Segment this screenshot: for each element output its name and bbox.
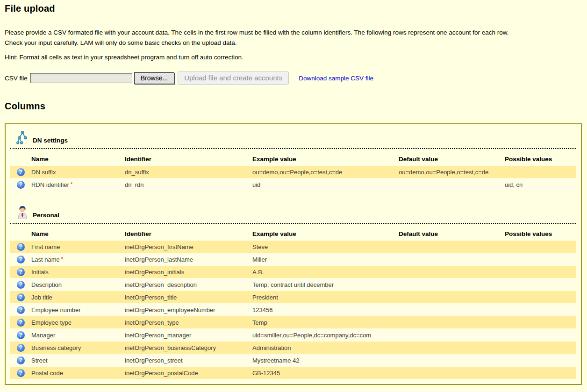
help-icon[interactable]: ?: [17, 356, 25, 364]
csv-file-input[interactable]: [30, 73, 132, 83]
table-row: ? Manager inetOrgPerson_manager uid=smil…: [10, 329, 576, 341]
cell-identifier: inetOrgPerson_businessCategory: [125, 342, 252, 354]
table-row: ? Street inetOrgPerson_street Mystreetna…: [10, 354, 576, 366]
cell-name: Employee type: [31, 319, 72, 326]
cell-default: [399, 342, 505, 354]
table-row: ? RDN identifier* dn_rdn uid uid, cn: [10, 178, 576, 191]
cell-example: uid: [252, 178, 399, 191]
cell-possible: [505, 241, 576, 253]
cell-default: [399, 329, 505, 341]
table-header: Example value: [252, 224, 399, 240]
cell-default: [399, 354, 505, 366]
cell-example: A.B.: [252, 266, 399, 278]
help-icon[interactable]: ?: [17, 181, 25, 189]
cell-possible: [505, 329, 576, 341]
help-icon[interactable]: ?: [17, 268, 25, 276]
table-header: Identifier: [125, 150, 252, 165]
column-group-header: Personal: [10, 205, 576, 224]
cell-possible: [505, 166, 576, 178]
cell-example: Steve: [252, 241, 399, 253]
download-sample-link[interactable]: Download sample CSV file: [299, 75, 373, 82]
cell-identifier: inetOrgPerson_postalCode: [125, 367, 252, 379]
tree-icon: [16, 130, 29, 144]
cell-default: [399, 291, 505, 303]
help-icon[interactable]: ?: [17, 293, 25, 301]
table-row: ? Description inetOrgPerson_description …: [10, 278, 576, 291]
cell-default: [399, 316, 505, 328]
cell-example: ou=demo,ou=People,o=test,c=de: [252, 166, 399, 178]
cell-possible: [505, 342, 576, 354]
cell-example: Temp: [252, 316, 399, 328]
cell-default: [399, 241, 505, 253]
cell-identifier: inetOrgPerson_description: [125, 278, 252, 291]
table-row: ? Business category inetOrgPerson_busine…: [10, 342, 576, 354]
column-group: Personal NameIdentifierExample valueDefa…: [10, 205, 576, 379]
table-header: Identifier: [125, 224, 252, 240]
cell-identifier: inetOrgPerson_type: [125, 316, 252, 328]
columns-box: DN settings NameIdentifierExample valueD…: [5, 123, 582, 385]
column-group-title: Personal: [33, 212, 59, 219]
cell-identifier: inetOrgPerson_lastName: [125, 253, 252, 265]
cell-possible: [505, 266, 576, 278]
cell-example: Mystreetname 42: [252, 354, 399, 366]
table-row: ? Initials inetOrgPerson_initials A.B.: [10, 266, 576, 278]
table-header: Possible values: [505, 150, 576, 165]
table-row: ? Employee type inetOrgPerson_type Temp: [10, 316, 576, 328]
help-icon[interactable]: ?: [17, 319, 25, 327]
column-group: DN settings NameIdentifierExample valueD…: [10, 130, 576, 191]
table-header-row: NameIdentifierExample valueDefault value…: [10, 224, 576, 240]
table-header: Default value: [399, 150, 505, 165]
table-header-row: NameIdentifierExample valueDefault value…: [10, 150, 576, 165]
intro-text: Please provide a CSV formated file with …: [5, 28, 582, 48]
cell-possible: [505, 354, 576, 366]
cell-name: RDN identifier: [31, 181, 69, 188]
help-icon[interactable]: ?: [17, 306, 25, 314]
cell-default: [399, 266, 505, 278]
cell-possible: [505, 316, 576, 328]
table-row: ? Employee number inetOrgPerson_employee…: [10, 304, 576, 316]
csv-file-label: CSV file: [5, 75, 28, 82]
help-icon[interactable]: ?: [17, 243, 25, 251]
cell-name: Description: [31, 281, 62, 288]
cell-name: Street: [31, 357, 48, 364]
cell-name: Business category: [31, 344, 81, 351]
table-header-spacer: [10, 150, 31, 165]
help-icon[interactable]: ?: [17, 281, 25, 289]
help-icon[interactable]: ?: [17, 369, 25, 377]
browse-button[interactable]: Browse...: [134, 72, 174, 84]
cell-default: [399, 367, 505, 379]
intro-line-2: Check your input carefully. LAM will onl…: [5, 38, 582, 48]
cell-example: Miller: [252, 253, 399, 265]
help-icon[interactable]: ?: [17, 256, 25, 264]
cell-name: First name: [31, 243, 60, 250]
cell-possible: [505, 304, 576, 316]
table-row: ? First name inetOrgPerson_firstName Ste…: [10, 241, 576, 253]
help-icon[interactable]: ?: [17, 168, 25, 176]
table-header: Possible values: [505, 224, 576, 240]
cell-default: [399, 278, 505, 291]
required-asterisk: *: [61, 256, 63, 262]
user-icon: [16, 205, 29, 219]
cell-name: Initials: [31, 269, 49, 276]
cell-example: President: [252, 291, 399, 303]
cell-possible: [505, 253, 576, 265]
column-group-title: DN settings: [33, 137, 68, 144]
cell-name: Job title: [31, 294, 52, 301]
table-header: Example value: [252, 150, 399, 165]
cell-identifier: inetOrgPerson_firstName: [125, 241, 252, 253]
table-header: Name: [31, 224, 125, 240]
cell-identifier: inetOrgPerson_manager: [125, 329, 252, 341]
cell-identifier: dn_rdn: [125, 178, 252, 191]
hint-text: Hint: Format all cells as text in your s…: [5, 54, 582, 61]
cell-default: [399, 178, 505, 191]
upload-button[interactable]: Upload file and create accounts: [178, 71, 289, 85]
table-row: ? DN suffix dn_suffix ou=demo,ou=People,…: [10, 166, 576, 178]
table-header: Name: [31, 150, 125, 165]
cell-example: Temp, contract until december: [252, 278, 399, 291]
page-title: File upload: [5, 3, 582, 14]
help-icon[interactable]: ?: [17, 331, 25, 339]
columns-table: NameIdentifierExample valueDefault value…: [10, 224, 576, 379]
table-row: ? Postal code inetOrgPerson_postalCode G…: [10, 367, 576, 379]
help-icon[interactable]: ?: [17, 344, 25, 352]
cell-possible: uid, cn: [505, 178, 576, 191]
